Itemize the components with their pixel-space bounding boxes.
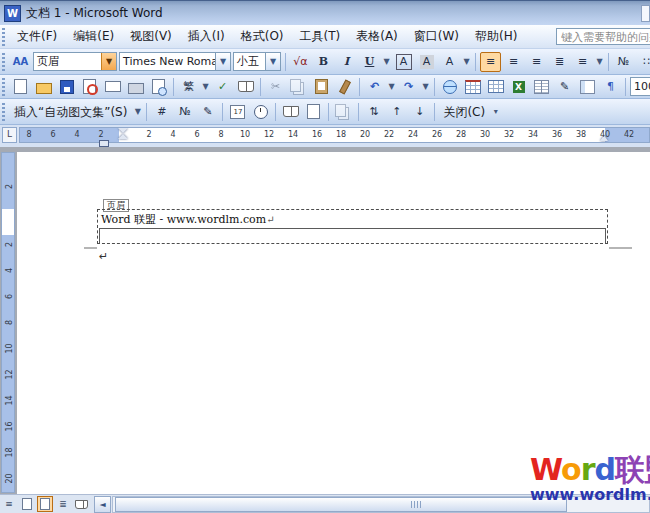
chevron-down-icon[interactable]: ▼ [132, 103, 143, 121]
tab-selector[interactable]: L [2, 127, 17, 143]
new-document-icon[interactable] [10, 77, 31, 97]
insert-page-count-icon[interactable]: № [174, 102, 195, 122]
format-page-number-icon[interactable]: ✎ [197, 102, 218, 122]
phonetic-guide-icon[interactable]: √α [290, 52, 311, 72]
menu-file[interactable]: 文件(F) [9, 25, 65, 48]
page-setup-icon[interactable] [280, 102, 301, 122]
insert-table-icon[interactable] [485, 77, 506, 97]
research-icon[interactable] [235, 77, 256, 97]
hanging-indent-marker[interactable] [118, 134, 128, 139]
open-folder-icon[interactable] [33, 77, 54, 97]
redo-icon[interactable]: ↷ [398, 77, 419, 97]
menu-window[interactable]: 窗口(W) [406, 25, 467, 48]
format-painter-icon[interactable] [334, 77, 355, 97]
distribute-button[interactable]: ≣ [549, 52, 570, 72]
chevron-down-icon[interactable]: ▼ [200, 78, 211, 96]
horizontal-scrollbar-thumb[interactable] [115, 497, 567, 512]
toolbar-grip[interactable] [2, 78, 5, 96]
drawing-icon[interactable]: ✎ [554, 77, 575, 97]
undo-icon[interactable]: ↶ [364, 77, 385, 97]
menu-view[interactable]: 视图(V) [122, 25, 180, 48]
insert-page-number-icon[interactable]: # [151, 102, 172, 122]
zoom-combo[interactable]: 100% ▼ [630, 77, 650, 96]
italic-button[interactable]: I [336, 52, 357, 72]
close-header-footer-button[interactable]: 关闭(C) [438, 102, 490, 122]
chevron-down-icon[interactable]: ▼ [594, 53, 605, 71]
document-page[interactable]: 页眉 Word 联盟 - www.wordlm.com↵ ↵ [17, 152, 650, 494]
bullets-button[interactable]: ∷ [636, 52, 650, 72]
align-left-button[interactable]: ≡ [480, 52, 501, 72]
character-border-button[interactable]: A [393, 52, 414, 72]
chevron-down-icon[interactable]: ▼ [420, 78, 431, 96]
menu-insert[interactable]: 插入(I) [180, 25, 233, 48]
header-text[interactable]: Word 联盟 - www.wordlm.com↵ [101, 212, 275, 227]
menu-format[interactable]: 格式(O) [233, 25, 292, 48]
show-previous-icon[interactable]: ↑ [386, 102, 407, 122]
print-layout-view-button[interactable] [37, 496, 53, 512]
first-line-indent-marker[interactable] [118, 128, 128, 133]
email-icon[interactable] [102, 77, 123, 97]
show-hide-document-text-icon[interactable] [303, 102, 324, 122]
toolbar-grip[interactable] [2, 53, 5, 71]
scroll-left-arrow[interactable]: ◄ [94, 496, 111, 513]
menu-table[interactable]: 表格(A) [348, 25, 406, 48]
title-bar[interactable]: W 文档 1 - Microsoft Word [0, 0, 650, 25]
chevron-down-icon[interactable]: ▼ [265, 53, 280, 70]
print-icon[interactable] [125, 77, 146, 97]
help-question-input[interactable]: 键入需要帮助的问题 [556, 28, 650, 45]
toolbar-options-chevron-icon[interactable]: ▾ [490, 103, 501, 121]
font-size-combo[interactable]: 小五 ▼ [233, 52, 281, 71]
insert-autotext-button[interactable]: 插入“自动图文集”(S) [9, 102, 132, 122]
outline-view-button[interactable]: ≣ [55, 496, 71, 512]
save-icon[interactable] [56, 77, 77, 97]
print-preview-icon[interactable] [148, 77, 169, 97]
show-next-icon[interactable]: ↓ [409, 102, 430, 122]
menu-help[interactable]: 帮助(H) [467, 25, 525, 48]
insert-hyperlink-icon[interactable] [439, 77, 460, 97]
switch-header-footer-icon[interactable]: ⇅ [363, 102, 384, 122]
font-combo[interactable]: Times New Roman ▼ [119, 52, 231, 71]
menu-edit[interactable]: 编辑(E) [65, 25, 122, 48]
line-spacing-button[interactable]: ≡ [572, 52, 593, 72]
tables-and-borders-icon[interactable] [462, 77, 483, 97]
horizontal-ruler[interactable]: 8642246810121416182022242628303234363840… [19, 127, 650, 143]
show-hide-marks-icon[interactable]: ¶ [600, 77, 621, 97]
spelling-check-icon[interactable]: ✓ [212, 77, 233, 97]
insert-excel-icon[interactable]: X [508, 77, 529, 97]
permission-icon[interactable] [79, 77, 100, 97]
web-layout-view-button[interactable] [19, 496, 35, 512]
character-scale-button[interactable]: A [439, 52, 460, 72]
styles-and-formatting-icon[interactable]: AA [10, 52, 31, 72]
document-map-icon[interactable] [577, 77, 598, 97]
chevron-down-icon[interactable]: ▼ [101, 53, 116, 70]
cut-icon[interactable]: ✂ [265, 77, 286, 97]
window-button-partial[interactable] [641, 5, 650, 22]
style-combo[interactable]: 页眉 ▼ [33, 52, 117, 71]
reading-layout-view-button[interactable] [73, 496, 89, 512]
underline-button[interactable]: U [359, 52, 380, 72]
insert-time-icon[interactable] [250, 102, 271, 122]
paste-icon[interactable] [311, 77, 332, 97]
character-shading-button[interactable]: A [416, 52, 437, 72]
copy-icon[interactable] [288, 77, 309, 97]
align-right-button[interactable]: ≡ [526, 52, 547, 72]
chevron-down-icon[interactable]: ▼ [386, 78, 397, 96]
normal-view-button[interactable]: ≡ [1, 496, 17, 512]
vertical-ruler[interactable]: 22468101214161820 [1, 152, 15, 493]
toolbar-grip[interactable] [2, 28, 5, 46]
menu-tools[interactable]: 工具(T) [292, 25, 349, 48]
toolbar-grip[interactable] [2, 103, 5, 121]
columns-icon[interactable] [531, 77, 552, 97]
header-edit-area[interactable]: Word 联盟 - www.wordlm.com↵ [97, 209, 608, 244]
chevron-down-icon[interactable]: ▼ [215, 53, 230, 70]
ruler-number: 20 [4, 474, 15, 484]
bold-button[interactable]: B [313, 52, 334, 72]
numbering-button[interactable]: № [613, 52, 634, 72]
chinese-translate-icon[interactable]: 繁 [178, 77, 199, 97]
chevron-down-icon[interactable]: ▼ [461, 53, 472, 71]
insert-date-icon[interactable]: 17 [227, 102, 248, 122]
link-to-previous-icon[interactable] [333, 102, 354, 122]
left-indent-marker[interactable] [99, 140, 109, 147]
align-center-button[interactable]: ≡ [503, 52, 524, 72]
chevron-down-icon[interactable]: ▼ [381, 53, 392, 71]
